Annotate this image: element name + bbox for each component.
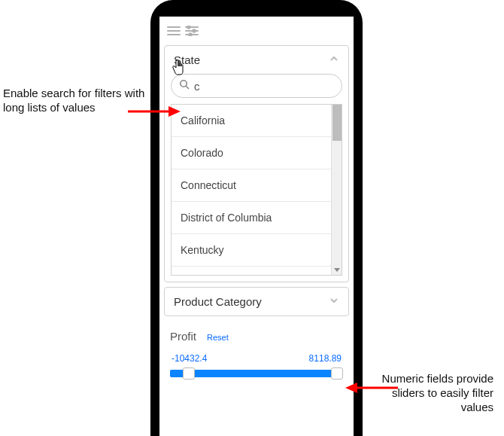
range-labels: -10432.4 8118.89 — [170, 353, 343, 364]
range-slider[interactable] — [170, 367, 343, 382]
toolbar — [164, 23, 349, 45]
search-box[interactable] — [171, 74, 342, 98]
chevron-down-icon — [329, 295, 339, 308]
search-icon — [179, 79, 190, 93]
scrollbar[interactable] — [331, 105, 342, 275]
scroll-down-icon[interactable] — [334, 268, 340, 272]
category-filter-panel: Product Category — [164, 287, 349, 316]
arrow-icon — [345, 380, 398, 395]
list-item[interactable]: California — [172, 105, 342, 137]
list-view-icon[interactable] — [167, 26, 181, 39]
scrollbar-thumb[interactable] — [332, 105, 342, 141]
range-max-value: 8118.89 — [309, 353, 342, 364]
profit-filter: Profit Reset -10432.4 8118.89 — [164, 321, 349, 385]
category-panel-header[interactable]: Product Category — [165, 288, 348, 316]
list-item[interactable]: Connecticut — [172, 169, 342, 202]
svg-point-8 — [189, 33, 192, 36]
list-item[interactable]: District of Columbia — [172, 202, 342, 234]
svg-point-9 — [181, 81, 187, 87]
reset-button[interactable]: Reset — [207, 333, 229, 342]
state-list: California Colorado Connecticut District… — [171, 104, 342, 276]
chevron-up-icon — [329, 53, 339, 66]
search-wrap — [165, 74, 348, 104]
svg-marker-14 — [345, 383, 357, 393]
sliders-icon[interactable] — [185, 26, 199, 39]
state-filter-panel: State California Colorado Connecticut Di… — [164, 45, 349, 282]
profit-header: Profit Reset — [170, 330, 343, 343]
search-input[interactable] — [194, 80, 337, 93]
slider-handle-max[interactable] — [331, 367, 343, 380]
list-item[interactable]: Kentucky — [172, 234, 342, 267]
app-screen: State California Colorado Connecticut Di… — [159, 17, 354, 436]
state-panel-title: State — [174, 53, 200, 66]
category-panel-title: Product Category — [174, 295, 262, 308]
slider-track — [170, 370, 343, 377]
svg-point-4 — [187, 26, 190, 29]
profit-title: Profit — [170, 330, 196, 343]
svg-marker-12 — [169, 106, 181, 117]
arrow-icon — [128, 104, 181, 119]
slider-handle-min[interactable] — [183, 367, 195, 380]
svg-point-6 — [193, 29, 196, 32]
state-panel-header[interactable]: State — [165, 46, 348, 74]
range-min-value: -10432.4 — [172, 353, 207, 364]
list-item[interactable]: Colorado — [172, 137, 342, 169]
svg-line-10 — [186, 86, 189, 89]
device-frame: State California Colorado Connecticut Di… — [150, 0, 363, 436]
